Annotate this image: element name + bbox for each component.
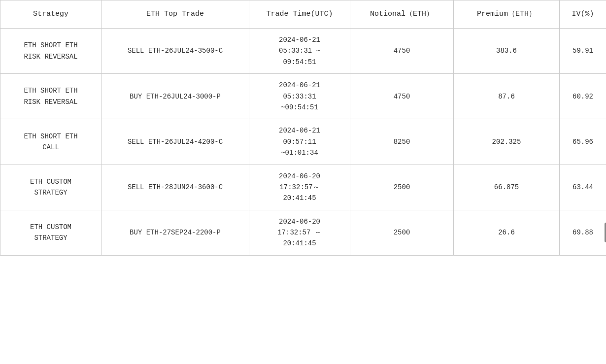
trades-table: Strategy ETH Top Trade Trade Time(UTC) N… xyxy=(0,0,606,256)
cell-premium: 202.325 xyxy=(454,119,560,165)
cell-trade-time: 2024-06-2100:57:11~01:01:34 xyxy=(249,119,350,165)
header-strategy: Strategy xyxy=(0,0,101,29)
cell-top-trade: SELL ETH-26JUL24-3500-C xyxy=(101,29,249,74)
header-premium: Premium（ETH） xyxy=(454,0,560,29)
cell-premium: 26.6 xyxy=(454,210,560,255)
table-row: ETH CUSTOMSTRATEGYSELL ETH-28JUN24-3600-… xyxy=(0,165,606,210)
cell-strategy: ETH SHORT ETHRISK REVERSAL xyxy=(0,29,101,74)
table-row: ETH SHORT ETHCALLSELL ETH-26JUL24-4200-C… xyxy=(0,119,606,165)
table-row: ETH SHORT ETHRISK REVERSALBUY ETH-26JUL2… xyxy=(0,74,606,119)
cell-iv: 63.44 xyxy=(560,165,606,210)
header-iv: IV(%) xyxy=(560,0,606,29)
table-row: ETH CUSTOMSTRATEGYBUY ETH-27SEP24-2200-P… xyxy=(0,210,606,255)
table-row: ETH SHORT ETHRISK REVERSALSELL ETH-26JUL… xyxy=(0,29,606,74)
cell-iv: 69.88 xyxy=(560,210,606,255)
cell-strategy: ETH SHORT ETHCALL xyxy=(0,119,101,165)
cell-top-trade: BUY ETH-26JUL24-3000-P xyxy=(101,74,249,119)
header-trade-time: Trade Time(UTC) xyxy=(249,0,350,29)
cell-trade-time: 2024-06-2017:32:57～20:41:45 xyxy=(249,165,350,210)
cell-notional: 2500 xyxy=(350,165,454,210)
cell-top-trade: SELL ETH-28JUN24-3600-C xyxy=(101,165,249,210)
cell-notional: 8250 xyxy=(350,119,454,165)
cell-notional: 4750 xyxy=(350,74,454,119)
header-notional: Notional（ETH） xyxy=(350,0,454,29)
cell-notional: 4750 xyxy=(350,29,454,74)
cell-notional: 2500 xyxy=(350,210,454,255)
cell-premium: 66.875 xyxy=(454,165,560,210)
cell-premium: 87.6 xyxy=(454,74,560,119)
header-top-trade: ETH Top Trade xyxy=(101,0,249,29)
cell-trade-time: 2024-06-2017:32:57 ～20:41:45 xyxy=(249,210,350,255)
cell-premium: 383.6 xyxy=(454,29,560,74)
cell-iv: 65.96 xyxy=(560,119,606,165)
cell-top-trade: BUY ETH-27SEP24-2200-P xyxy=(101,210,249,255)
cell-strategy: ETH CUSTOMSTRATEGY xyxy=(0,210,101,255)
cell-trade-time: 2024-06-2105:33:31~09:54:51 xyxy=(249,74,350,119)
cell-iv: 59.91 xyxy=(560,29,606,74)
cell-trade-time: 2024-06-2105:33:31 ~09:54:51 xyxy=(249,29,350,74)
cell-top-trade: SELL ETH-26JUL24-4200-C xyxy=(101,119,249,165)
main-table-container: Strategy ETH Top Trade Trade Time(UTC) N… xyxy=(0,0,606,256)
cell-iv: 60.92 xyxy=(560,74,606,119)
cell-strategy: ETH SHORT ETHRISK REVERSAL xyxy=(0,74,101,119)
cell-strategy: ETH CUSTOMSTRATEGY xyxy=(0,165,101,210)
